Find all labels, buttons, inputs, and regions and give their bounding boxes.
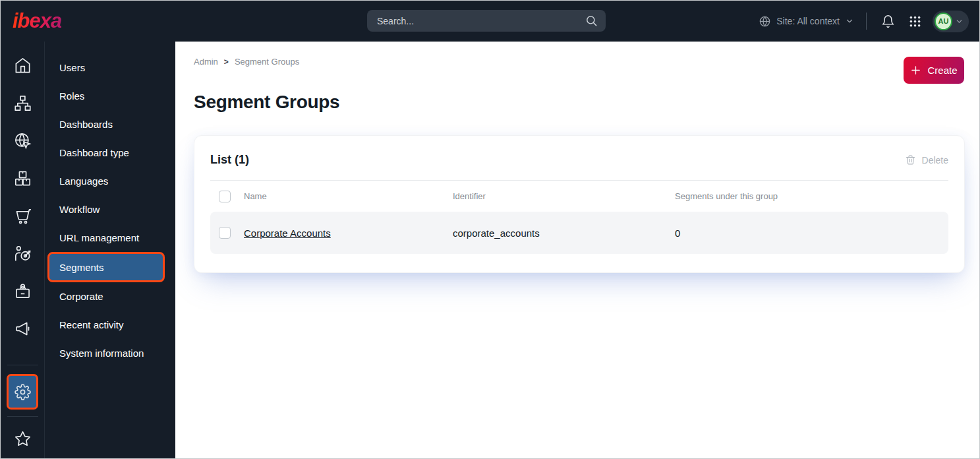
packages-icon [14, 169, 32, 187]
sidebar-item-customer-portal[interactable] [9, 278, 36, 304]
segment-groups-table: Name Identifier Segments under this grou… [194, 181, 964, 272]
menu-item-system-information[interactable]: System information [45, 339, 175, 367]
sidebar-item-personalization[interactable] [9, 240, 36, 266]
search-icon[interactable] [585, 15, 598, 27]
list-title: List (1) [210, 153, 249, 167]
menu-item-users[interactable]: Users [45, 53, 175, 82]
breadcrumb-segment-groups[interactable]: Segment Groups [235, 57, 299, 67]
delete-button[interactable]: Delete [905, 154, 948, 166]
globe-icon [759, 15, 771, 28]
app-grid-icon [908, 15, 922, 28]
sidebar-item-marketing[interactable] [9, 315, 36, 342]
sidebar-item-admin-active[interactable] [7, 374, 38, 410]
avatar: AU [935, 13, 952, 30]
rail-divider [7, 365, 38, 365]
row-checkbox[interactable] [219, 227, 231, 239]
menu-item-corporate[interactable]: Corporate [45, 282, 175, 311]
sidebar-item-commerce[interactable] [9, 202, 36, 229]
home-icon [14, 57, 32, 75]
app-switcher-button[interactable] [906, 12, 925, 31]
site-context-dropdown[interactable]: Site: All context [759, 15, 854, 28]
megaphone-icon [14, 320, 32, 338]
menu-item-recent-activity[interactable]: Recent activity [45, 311, 175, 339]
menu-item-languages[interactable]: Languages [45, 167, 175, 195]
segment-group-name-link[interactable]: Corporate Accounts [244, 228, 331, 239]
topbar: ibexa Site: All context [1, 1, 979, 42]
sidebar-item-bookmarks[interactable] [9, 425, 36, 452]
personalization-target-icon [14, 245, 32, 262]
segment-group-identifier: corporate_accounts [448, 228, 670, 239]
sidebar-item-home[interactable] [9, 52, 36, 78]
admin-menu: Users Roles Dashboards Dashboard type La… [45, 42, 175, 458]
rail-divider [7, 416, 38, 417]
menu-item-dashboard-type[interactable]: Dashboard type [45, 138, 175, 167]
card-header: List (1) Delete [194, 136, 964, 180]
plus-icon [910, 65, 921, 76]
menu-item-segments[interactable]: Segments [47, 252, 165, 282]
create-button[interactable]: Create [904, 57, 964, 84]
breadcrumb: Admin > Segment Groups [194, 57, 299, 67]
sitemap-icon [14, 94, 32, 112]
bell-icon [881, 15, 895, 28]
breadcrumb-admin[interactable]: Admin [194, 57, 218, 67]
menu-item-workflow[interactable]: Workflow [45, 195, 175, 224]
gear-icon [14, 384, 31, 400]
menu-item-url-management[interactable]: URL management [45, 224, 175, 252]
column-header-segments-count: Segments under this group [670, 191, 948, 201]
chevron-down-icon [845, 16, 854, 26]
sidebar-item-site[interactable] [9, 127, 36, 154]
segment-groups-list-card: List (1) Delete [194, 135, 965, 273]
site-context-label: Site: All context [776, 16, 840, 26]
sidebar-item-products[interactable] [9, 165, 36, 191]
cart-icon [14, 207, 32, 225]
select-all-checkbox[interactable] [219, 191, 231, 202]
ibexa-logo[interactable]: ibexa [13, 9, 61, 33]
breadcrumb-separator: > [224, 57, 229, 67]
chevron-down-icon [955, 17, 964, 26]
global-search [367, 10, 606, 32]
badge-icon [14, 282, 32, 300]
page-title: Segment Groups [194, 92, 339, 113]
notifications-button[interactable] [879, 12, 898, 31]
icon-rail [1, 42, 45, 458]
app-shell: Users Roles Dashboards Dashboard type La… [1, 42, 979, 458]
table-row: Corporate Accounts corporate_accounts 0 [210, 212, 948, 254]
menu-item-roles[interactable]: Roles [45, 82, 175, 110]
sidebar-item-content-structure[interactable] [9, 90, 36, 116]
ibexa-admin-window: ibexa Site: All context [0, 0, 980, 459]
table-header-row: Name Identifier Segments under this grou… [210, 181, 948, 212]
segment-group-segments-count: 0 [670, 228, 948, 239]
create-button-label: Create [927, 65, 957, 76]
search-input[interactable] [367, 10, 606, 32]
globe-cursor-icon [14, 132, 32, 150]
column-header-name: Name [239, 191, 448, 201]
topbar-divider [866, 13, 867, 30]
main-content: Admin > Segment Groups Segment Groups Cr… [175, 42, 979, 458]
delete-button-label: Delete [922, 155, 948, 166]
topbar-right: Site: All context [759, 1, 969, 42]
trash-icon [905, 154, 916, 166]
menu-item-dashboards[interactable]: Dashboards [45, 110, 175, 138]
star-icon [14, 430, 32, 448]
user-menu[interactable]: AU [933, 11, 969, 32]
rail-bottom [1, 365, 44, 458]
column-header-identifier: Identifier [448, 191, 670, 201]
